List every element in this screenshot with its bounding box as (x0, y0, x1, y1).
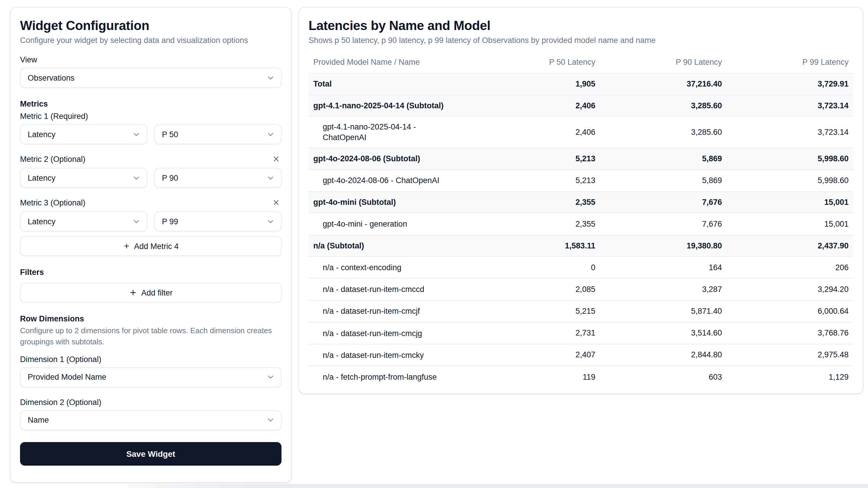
chevron-down-icon (266, 173, 275, 182)
chevron-down-icon (266, 73, 275, 82)
metric-3-aggregation-value: P 99 (162, 217, 178, 226)
page: Widget Configuration Configure your widg… (0, 0, 868, 488)
metric-2-aggregation-value: P 90 (162, 173, 178, 182)
row-p99-value: 3,768.76 (727, 322, 853, 344)
row-p50-value: 2,406 (473, 95, 600, 116)
close-icon (272, 156, 280, 165)
row-label: n/a - dataset-run-item-cmcjf (309, 300, 473, 322)
row-label: gpt-4o-2024-08-06 (Subtotal) (309, 148, 473, 169)
add-filter-button[interactable]: Add filter (20, 283, 281, 302)
table-row: n/a - dataset-run-item-cmcky2,4072,844.8… (309, 344, 853, 366)
table-row: n/a - dataset-run-item-cmcjg2,7313,514.6… (309, 322, 853, 344)
dimension-1-label: Dimension 1 (Optional) (20, 355, 281, 363)
row-p50-value: 1,583.11 (473, 235, 600, 256)
chevron-down-icon (266, 372, 275, 382)
row-label: gpt-4o-2024-08-06 - ChatOpenAI (309, 169, 473, 191)
row-p90-value: 603 (600, 366, 727, 388)
remove-metric-3-button[interactable] (271, 197, 281, 208)
metric-2-label: Metric 2 (Optional) (20, 155, 85, 163)
row-p50-value: 5,213 (473, 148, 600, 169)
row-p99-value: 15,001 (727, 213, 853, 235)
row-p50-value: 2,407 (473, 344, 600, 366)
row-p99-value: 5,998.60 (727, 148, 853, 169)
row-label: gpt-4.1-nano-2025-04-14 (Subtotal) (309, 95, 473, 116)
remove-metric-2-button[interactable] (271, 154, 281, 164)
metric-2-measure-select[interactable]: Latency (20, 168, 147, 188)
save-widget-button[interactable]: Save Widget (20, 442, 281, 465)
row-label: Total (309, 73, 473, 95)
row-p50-value: 2,085 (473, 279, 600, 300)
table-row: n/a - context-encoding0164206 (309, 256, 853, 278)
row-p50-value: 0 (473, 256, 600, 278)
column-header-p99: P 99 Latency (727, 52, 853, 73)
horizontal-scrollbar[interactable] (127, 484, 868, 488)
metric-1-aggregation-select[interactable]: P 50 (154, 124, 281, 144)
chevron-down-icon (132, 173, 141, 182)
table-row: n/a - fetch-prompt-from-langfuse1196031,… (309, 366, 853, 388)
row-p50-value: 2,731 (473, 322, 600, 344)
plus-icon (129, 288, 137, 297)
row-label: gpt-4o-mini (Subtotal) (309, 192, 473, 213)
row-p99-value: 3,723.14 (727, 116, 853, 148)
row-p90-value: 3,514.60 (600, 322, 727, 344)
metric-3-measure-select[interactable]: Latency (20, 211, 147, 231)
row-p50-value: 5,215 (473, 300, 600, 322)
dimension-2-value: Name (28, 416, 49, 424)
row-label: n/a - dataset-run-item-cmcjg (309, 322, 473, 344)
metric-3-aggregation-select[interactable]: P 99 (154, 211, 281, 231)
add-metric-label: Add Metric 4 (134, 242, 179, 251)
table-row: gpt-4.1-nano-2025-04-14 (Subtotal)2,4063… (309, 95, 853, 116)
row-label: n/a - context-encoding (309, 256, 473, 278)
row-p99-value: 3,294.20 (727, 279, 853, 300)
dimension-1-value: Provided Model Name (28, 372, 106, 382)
add-filter-label: Add filter (141, 288, 173, 297)
metric-3-label: Metric 3 (Optional) (20, 198, 85, 207)
column-header-model-name: Provided Model Name / Name (309, 52, 473, 73)
metric-1-measure-select[interactable]: Latency (20, 124, 147, 144)
view-select[interactable]: Observations (20, 68, 281, 88)
row-p90-value: 7,676 (600, 192, 727, 213)
chevron-down-icon (132, 130, 141, 139)
preview-subtitle: Shows p 50 latency, p 90 latency, p 99 l… (309, 36, 853, 45)
chevron-down-icon (132, 217, 141, 226)
row-p99-value: 206 (727, 256, 853, 278)
row-p90-value: 2,844.80 (600, 344, 727, 366)
add-metric-button[interactable]: Add Metric 4 (20, 236, 281, 256)
row-dimensions-description: Configure up to 2 dimensions for pivot t… (20, 326, 281, 348)
column-header-p90: P 90 Latency (600, 52, 727, 73)
row-p90-value: 5,869 (600, 169, 727, 191)
row-p90-value: 3,285.60 (600, 95, 727, 116)
column-header-p50: P 50 Latency (473, 52, 600, 73)
row-dimensions-section-label: Row Dimensions (20, 314, 281, 323)
metric-2-aggregation-select[interactable]: P 90 (154, 168, 281, 188)
dimension-2-select[interactable]: Name (20, 410, 281, 430)
row-p90-value: 5,869 (600, 148, 727, 169)
plus-icon (123, 242, 130, 250)
row-label: n/a - dataset-run-item-cmcky (309, 344, 473, 366)
row-p50-value: 2,355 (473, 192, 600, 213)
table-row: gpt-4o-2024-08-06 (Subtotal)5,2135,8695,… (309, 148, 853, 169)
metric-2-measure-value: Latency (28, 173, 56, 182)
row-p50-value: 5,213 (473, 169, 600, 191)
dimension-1-select[interactable]: Provided Model Name (20, 367, 281, 387)
config-subtitle: Configure your widget by selecting data … (20, 36, 281, 45)
row-p50-value: 2,406 (473, 116, 600, 148)
table-header-row: Provided Model Name / Name P 50 Latency … (309, 52, 853, 73)
row-p99-value: 6,000.64 (727, 300, 853, 322)
metric-1-label: Metric 1 (Required) (20, 112, 281, 121)
preview-title: Latencies by Name and Model (309, 18, 853, 34)
row-p90-value: 3,287 (600, 279, 727, 300)
filters-section-label: Filters (20, 268, 281, 277)
chevron-down-icon (266, 217, 275, 226)
row-p50-value: 1,905 (473, 73, 600, 95)
metric-1-aggregation-value: P 50 (162, 130, 178, 139)
row-p99-value: 1,129 (727, 366, 853, 388)
latency-pivot-table: Provided Model Name / Name P 50 Latency … (309, 52, 853, 388)
row-p99-value: 2,975.48 (727, 344, 853, 366)
chevron-down-icon (266, 130, 275, 139)
row-p90-value: 164 (600, 256, 727, 278)
metric-3-measure-value: Latency (28, 217, 56, 226)
widget-configuration-panel: Widget Configuration Configure your widg… (10, 7, 291, 483)
row-p90-value: 7,676 (600, 213, 727, 235)
view-select-value: Observations (28, 73, 74, 82)
